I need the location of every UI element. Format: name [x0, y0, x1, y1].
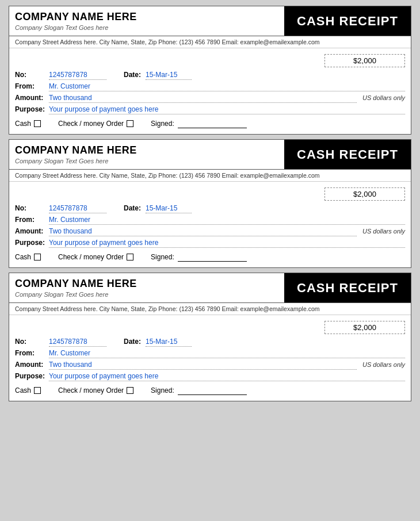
receipt-body-2: $2,000 No: 1245787878 Date: 15-Mar-15 Fr…: [9, 182, 411, 267]
signed-label-3: Signed:: [151, 386, 174, 394]
signed-section-3: Signed:: [151, 386, 247, 395]
signed-label-2: Signed:: [151, 253, 174, 261]
company-slogan-1: Company Slogan Text Goes here: [15, 24, 278, 31]
payment-row-3: Cash Check / money Order Signed:: [15, 386, 405, 395]
address-bar-3: Company Street Address here. City Name, …: [9, 303, 411, 315]
from-row-3: From: Mr. Customer: [15, 349, 405, 358]
amount-box-3: $2,000: [324, 321, 405, 334]
date-value-1: 15-Mar-15: [146, 71, 192, 80]
cash-receipt-title-3: CASH RECEIPT: [297, 281, 398, 296]
receipt-header-2: COMPANY NAME HERE Company Slogan Text Go…: [9, 140, 411, 170]
signed-section-1: Signed:: [151, 119, 247, 128]
date-value-2: 15-Mar-15: [146, 204, 192, 213]
company-name-3: COMPANY NAME HERE: [15, 278, 278, 290]
check-option-2: Check / money Order: [58, 253, 133, 261]
payment-row-2: Cash Check / money Order Signed:: [15, 252, 405, 262]
no-value-3: 1245787878: [49, 338, 106, 347]
cash-checkbox-2[interactable]: [34, 254, 41, 260]
purpose-label-2: Purpose:: [15, 239, 47, 247]
receipt-header-1: COMPANY NAME HERE Company Slogan Text Go…: [9, 6, 411, 36]
usd-label-1: US dollars only: [362, 94, 405, 101]
cash-checkbox-1[interactable]: [34, 120, 41, 127]
signed-section-2: Signed:: [151, 252, 247, 262]
receipt-body-3: $2,000 No: 1245787878 Date: 15-Mar-15 Fr…: [9, 315, 411, 401]
company-info-3: COMPANY NAME HERE Company Slogan Text Go…: [9, 273, 284, 302]
receipt-3: COMPANY NAME HERE Company Slogan Text Go…: [9, 273, 411, 401]
from-label-1: From:: [15, 82, 47, 90]
signed-line-3: [178, 386, 247, 395]
cash-checkbox-3[interactable]: [34, 387, 41, 394]
purpose-value-3: Your purpose of payment goes here: [49, 372, 405, 381]
amount-text-3: Two thousand: [49, 361, 357, 370]
address-bar-2: Company Street Address here. City Name, …: [9, 170, 411, 182]
receipt-2: COMPANY NAME HERE Company Slogan Text Go…: [9, 139, 411, 268]
purpose-label-3: Purpose:: [15, 372, 47, 380]
purpose-row-2: Purpose: Your purpose of payment goes he…: [15, 239, 405, 248]
date-section-3: Date: 15-Mar-15: [124, 338, 192, 347]
no-label-3: No:: [15, 338, 47, 346]
receipt-1: COMPANY NAME HERE Company Slogan Text Go…: [9, 6, 411, 135]
company-name-1: COMPANY NAME HERE: [15, 11, 278, 23]
company-slogan-2: Company Slogan Text Goes here: [15, 158, 278, 164]
purpose-label-1: Purpose:: [15, 105, 47, 113]
signed-line-1: [178, 119, 247, 128]
cash-label-3: Cash: [15, 386, 31, 394]
check-label-1: Check / money Order: [58, 120, 124, 128]
from-row-2: From: Mr. Customer: [15, 216, 405, 225]
purpose-row-1: Purpose: Your purpose of payment goes he…: [15, 105, 405, 114]
from-label-3: From:: [15, 349, 47, 357]
usd-label-3: US dollars only: [362, 361, 405, 368]
check-option-3: Check / money Order: [58, 386, 133, 394]
company-name-2: COMPANY NAME HERE: [15, 144, 278, 156]
no-date-row-3: No: 1245787878 Date: 15-Mar-15: [15, 338, 405, 347]
amount-box-1: $2,000: [324, 54, 405, 67]
check-checkbox-3[interactable]: [127, 387, 133, 394]
company-info-1: COMPANY NAME HERE Company Slogan Text Go…: [9, 6, 284, 36]
cash-receipt-box-1: CASH RECEIPT: [284, 6, 411, 36]
check-option-1: Check / money Order: [58, 120, 133, 128]
cash-label-2: Cash: [15, 253, 31, 261]
check-label-2: Check / money Order: [58, 253, 124, 261]
from-value-2: Mr. Customer: [49, 216, 405, 225]
amount-info-row-1: Amount: Two thousand US dollars only: [15, 94, 405, 103]
from-value-3: Mr. Customer: [49, 349, 405, 358]
amount-text-1: Two thousand: [49, 94, 357, 103]
date-section-1: Date: 15-Mar-15: [124, 71, 192, 80]
cash-option-1: Cash: [15, 120, 41, 128]
cash-option-2: Cash: [15, 253, 41, 261]
date-label-2: Date:: [124, 204, 146, 212]
address-bar-1: Company Street Address here. City Name, …: [9, 36, 411, 48]
receipt-body-1: $2,000 No: 1245787878 Date: 15-Mar-15 Fr…: [9, 48, 411, 134]
purpose-value-1: Your purpose of payment goes here: [49, 105, 405, 114]
cash-receipt-box-2: CASH RECEIPT: [284, 140, 411, 169]
amount-row-3: $2,000: [15, 321, 405, 334]
from-value-1: Mr. Customer: [49, 82, 405, 91]
cash-receipt-title-1: CASH RECEIPT: [297, 14, 398, 29]
no-date-row-1: No: 1245787878 Date: 15-Mar-15: [15, 71, 405, 80]
date-section-2: Date: 15-Mar-15: [124, 204, 192, 213]
amount-row-1: $2,000: [15, 54, 405, 67]
company-slogan-3: Company Slogan Text Goes here: [15, 291, 278, 298]
date-value-3: 15-Mar-15: [146, 338, 192, 347]
cash-receipt-title-2: CASH RECEIPT: [297, 147, 398, 162]
no-label-2: No:: [15, 204, 47, 212]
signed-label-1: Signed:: [151, 120, 174, 128]
no-value-2: 1245787878: [49, 204, 106, 213]
amount-info-row-2: Amount: Two thousand US dollars only: [15, 227, 405, 236]
amount-row-2: $2,000: [15, 187, 405, 201]
check-checkbox-2[interactable]: [127, 254, 133, 260]
purpose-value-2: Your purpose of payment goes here: [49, 239, 405, 248]
company-info-2: COMPANY NAME HERE Company Slogan Text Go…: [9, 140, 284, 169]
payment-row-1: Cash Check / money Order Signed:: [15, 119, 405, 128]
cash-receipt-box-3: CASH RECEIPT: [284, 273, 411, 302]
check-checkbox-1[interactable]: [127, 120, 133, 127]
amount-label-2: Amount:: [15, 227, 47, 235]
amount-label-1: Amount:: [15, 94, 47, 102]
no-date-row-2: No: 1245787878 Date: 15-Mar-15: [15, 204, 405, 213]
from-row-1: From: Mr. Customer: [15, 82, 405, 91]
no-label-1: No:: [15, 71, 47, 79]
amount-info-row-3: Amount: Two thousand US dollars only: [15, 361, 405, 370]
from-label-2: From:: [15, 216, 47, 224]
usd-label-2: US dollars only: [362, 228, 405, 235]
date-label-3: Date:: [124, 338, 146, 346]
